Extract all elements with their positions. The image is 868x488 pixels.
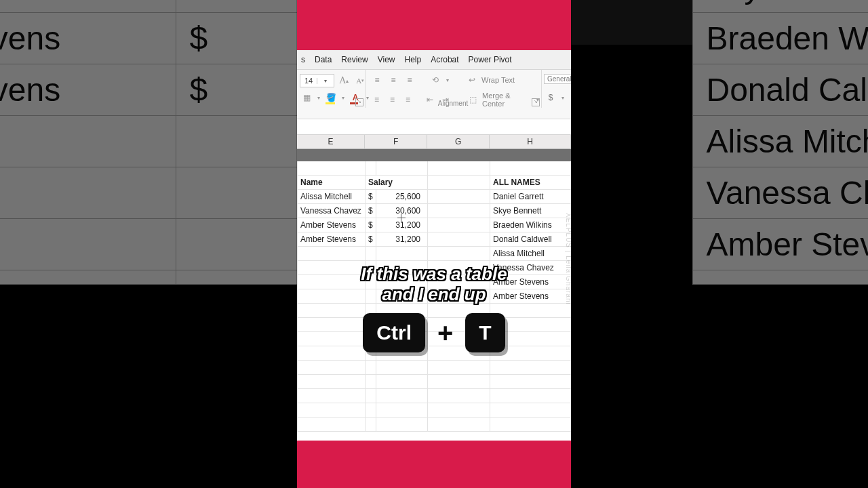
column-headers: E F G H xyxy=(297,135,571,149)
cell-allname[interactable]: Amber Stevens xyxy=(490,275,572,289)
dialog-launcher-icon[interactable]: ↘ xyxy=(355,98,363,106)
cell-allname[interactable]: Daniel Garrett xyxy=(490,190,572,204)
cell-allname[interactable]: Donald Caldwell xyxy=(490,232,572,247)
spacer-row xyxy=(298,150,572,161)
tab-data[interactable]: Data xyxy=(315,55,332,64)
table-row[interactable]: Amber Stevens $ 31,200 Donald Caldwell xyxy=(298,232,572,247)
table-row[interactable]: Amber Stevens $ 31,200 Braeden Wilkins xyxy=(298,218,572,232)
shortcut-display: Ctrl + T xyxy=(297,313,571,352)
tab-acrobat[interactable]: Acrobat xyxy=(431,55,458,64)
fill-color-icon[interactable]: 🪣 xyxy=(324,92,338,104)
tab-powerpivot[interactable]: Power Pivot xyxy=(469,55,512,64)
increase-font-icon[interactable]: A▴ xyxy=(337,75,351,87)
dialog-launcher-icon[interactable]: ↘ xyxy=(532,98,540,106)
cell-salary[interactable]: 25,600 xyxy=(376,190,428,204)
tab-help[interactable]: Help xyxy=(405,55,422,64)
excel-window: s Data Review View Help Acrobat Power Pi… xyxy=(297,50,571,441)
key-t: T xyxy=(465,313,505,352)
font-size-box[interactable]: 14 ▾ xyxy=(300,74,334,87)
phone-crop: s Data Review View Help Acrobat Power Pi… xyxy=(297,0,571,488)
table-row[interactable]: Alissa Mitchell xyxy=(298,247,572,261)
chevron-down-icon[interactable]: ▾ xyxy=(316,92,321,104)
cell-currency[interactable]: $ xyxy=(366,204,376,218)
cell-salary[interactable]: 31,200 xyxy=(376,232,428,247)
cell-allname[interactable]: Amber Stevens xyxy=(490,289,572,304)
key-ctrl: Ctrl xyxy=(363,313,425,352)
blank-row[interactable] xyxy=(298,403,572,418)
col-header-F[interactable]: F xyxy=(365,135,427,148)
watermark: XELPLUS | Leila Gharani xyxy=(565,213,571,305)
formula-bar[interactable] xyxy=(297,119,571,135)
cell-allname[interactable]: Braeden Wilkins xyxy=(490,218,572,232)
cell-head-name[interactable]: Name xyxy=(298,176,366,190)
cell-allname[interactable]: Skye Bennett xyxy=(490,204,572,218)
blank-row[interactable] xyxy=(298,375,572,389)
tab-view[interactable]: View xyxy=(378,55,395,64)
align-top-icon[interactable]: ≡ xyxy=(370,74,384,86)
border-icon[interactable]: ▦ xyxy=(300,92,313,104)
cell-head-allnames[interactable]: ALL NAMES xyxy=(490,176,572,190)
table-row[interactable]: Vanessa Chavez $ 30,600 Skye Bennett xyxy=(298,204,572,218)
chevron-down-icon[interactable]: ▾ xyxy=(317,78,334,84)
table-row[interactable]: Amber Stevens xyxy=(298,289,572,304)
chevron-down-icon[interactable]: ▾ xyxy=(445,74,450,86)
align-bottom-icon[interactable]: ≡ xyxy=(403,74,416,86)
alignment-group-label: Alignment xyxy=(365,100,541,107)
wrap-text-label: Wrap Text xyxy=(481,76,515,84)
orientation-icon[interactable]: ⟲ xyxy=(429,74,442,86)
col-header-G[interactable]: G xyxy=(427,135,490,148)
chevron-down-icon[interactable]: ▾ xyxy=(340,92,346,104)
cell-head-salary[interactable]: Salary xyxy=(366,176,428,190)
align-middle-icon[interactable]: ≡ xyxy=(387,74,400,86)
table-row[interactable]: Alissa Mitchell $ 25,600 Daniel Garrett xyxy=(298,190,572,204)
cell-salary[interactable]: 31,200 xyxy=(376,218,428,232)
wrap-text-icon: ↩ xyxy=(465,74,479,86)
col-header-H[interactable]: H xyxy=(490,135,571,148)
ribbon: 14 ▾ A▴ A▾ ▦▾ 🪣▾ A▾ ↘ xyxy=(297,70,571,119)
cell-name[interactable]: Vanessa Chavez xyxy=(298,204,366,218)
cell-currency[interactable]: $ xyxy=(366,190,376,204)
cell-allname[interactable]: Vanessa Chavez xyxy=(490,261,572,275)
cell-name[interactable]: Alissa Mitchell xyxy=(298,190,366,204)
font-size-value: 14 xyxy=(300,77,317,85)
cell-currency[interactable]: $ xyxy=(366,218,376,232)
col-header-E[interactable]: E xyxy=(297,135,365,148)
cell-name[interactable]: Amber Stevens xyxy=(298,218,366,232)
wrap-text-button[interactable]: ↩Wrap Text xyxy=(465,74,515,86)
tab-review[interactable]: Review xyxy=(341,55,368,64)
blank-row[interactable] xyxy=(298,361,572,375)
ribbon-tabs: s Data Review View Help Acrobat Power Pi… xyxy=(297,50,571,70)
header-row[interactable]: Name Salary ALL NAMES xyxy=(298,176,572,190)
cell-name[interactable]: Amber Stevens xyxy=(298,232,366,247)
grid[interactable]: Name Salary ALL NAMES Alissa Mitchell $ … xyxy=(297,149,571,432)
accounting-format-icon[interactable]: $ xyxy=(544,92,557,104)
table-row[interactable]: Amber Stevens xyxy=(298,275,572,289)
cell-salary[interactable]: 30,600 xyxy=(376,204,428,218)
cell-blank[interactable] xyxy=(428,176,490,190)
plus-icon: + xyxy=(437,318,453,348)
cell-currency[interactable]: $ xyxy=(366,232,376,247)
table-row[interactable]: Vanessa Chavez xyxy=(298,261,572,275)
blank-row[interactable] xyxy=(298,418,572,432)
blank-row[interactable] xyxy=(298,161,572,176)
chevron-down-icon[interactable]: ▾ xyxy=(560,92,566,104)
blank-row[interactable] xyxy=(298,389,572,403)
tab-formulas-partial[interactable]: s xyxy=(301,55,305,64)
number-format-box[interactable]: General xyxy=(544,74,571,84)
cell-allname[interactable]: Alissa Mitchell xyxy=(490,247,572,261)
